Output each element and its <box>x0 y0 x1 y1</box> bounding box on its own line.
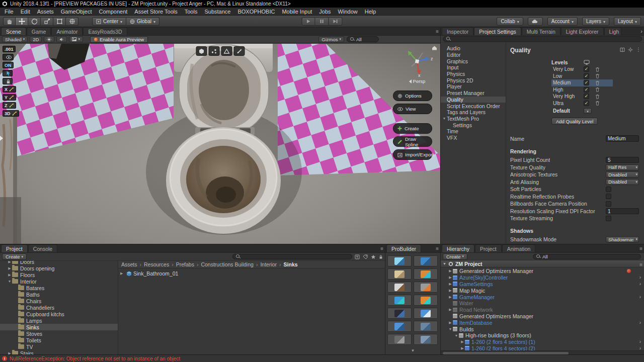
scene-overlay-button[interactable]: Import/Export <box>393 149 432 160</box>
cloud-services-button[interactable] <box>528 17 543 26</box>
hierarchy-item[interactable]: Azure[Sky]Controller › <box>441 275 644 281</box>
quality-level-checkbox[interactable] <box>584 66 589 72</box>
scene-plugin-tool-button[interactable] <box>3 54 14 60</box>
breadcrumb-item[interactable]: Resources <box>144 261 176 267</box>
scene-overlay-button[interactable]: Options <box>393 90 432 101</box>
view-tab[interactable]: Animator <box>51 27 83 35</box>
breadcrumb-item[interactable]: Assets <box>121 261 144 267</box>
scene-root-row[interactable]: ▼ ZM Project <box>441 260 644 267</box>
expand-arrow-icon[interactable] <box>448 282 453 286</box>
settings-category[interactable]: Player <box>441 83 506 90</box>
folder-row[interactable]: Toilets <box>0 337 118 343</box>
delete-level-button[interactable] <box>595 101 600 106</box>
menu-item[interactable]: Component <box>95 8 131 16</box>
panel-tab[interactable]: Animation <box>502 244 536 252</box>
horizontal-scrollbar[interactable] <box>441 350 644 354</box>
perspective-label[interactable]: Persp <box>401 78 433 84</box>
default-level-dropdown[interactable]: ▾ <box>584 108 592 114</box>
scene-plugin-tool-button[interactable]: ON <box>3 62 14 68</box>
setting-dropdown[interactable]: Disabled <box>606 179 639 185</box>
quality-level-row[interactable]: Low <box>551 73 613 80</box>
folder-row[interactable]: Doors <box>0 261 118 265</box>
more-tabs-chevron-icon[interactable]: › <box>640 28 642 34</box>
setting-checkbox[interactable] <box>606 194 611 199</box>
quality-level-row[interactable]: Very Low <box>551 66 613 73</box>
panel-tab[interactable]: Project <box>475 244 502 252</box>
prefab-chevron-icon[interactable]: › <box>639 282 641 287</box>
scene-orientation-gizmo[interactable]: z x Persp <box>401 46 433 84</box>
fold-arrow-icon[interactable] <box>7 280 12 283</box>
quality-level-row[interactable]: Medium <box>551 79 613 86</box>
scene-audio-toggle[interactable] <box>56 36 67 42</box>
probuilder-tool-button[interactable] <box>387 295 412 306</box>
setting-value-field[interactable]: 5 <box>606 157 639 163</box>
scene-viewport[interactable]: .001 ON <box>0 44 440 244</box>
folder-row[interactable]: Floors <box>0 272 118 278</box>
breadcrumb-item[interactable]: Prefabs <box>176 261 201 267</box>
delete-level-button[interactable] <box>595 87 600 92</box>
scene-plugin-tool-button[interactable]: 3D <box>3 110 19 117</box>
menu-item[interactable]: Help <box>361 8 380 16</box>
breadcrumb-item[interactable]: Constructions Building <box>201 261 260 267</box>
menu-item[interactable]: Mobile Input <box>278 8 315 16</box>
hierarchy-item[interactable]: High-rise buildings (3 floors) › <box>441 332 644 339</box>
pause-button[interactable] <box>315 17 329 26</box>
delete-level-button[interactable] <box>595 67 600 72</box>
menu-item[interactable]: Asset Store Tools <box>131 8 181 16</box>
menu-item[interactable]: Tools <box>181 8 201 16</box>
probuilder-tool-button[interactable] <box>414 255 438 266</box>
probuilder-tool-button[interactable] <box>387 282 412 293</box>
folder-row[interactable]: Chairs <box>0 298 118 304</box>
space-toggle-button[interactable]: Global <box>126 17 159 26</box>
delete-level-button[interactable] <box>595 73 600 78</box>
step-button[interactable] <box>329 17 343 26</box>
menu-item[interactable]: File <box>1 8 17 16</box>
scrollbar-thumb[interactable] <box>443 352 569 354</box>
settings-category[interactable]: Tags and Layers <box>441 109 506 116</box>
panel-expand-arrow[interactable] <box>0 136 3 141</box>
probuilder-tool-button[interactable] <box>414 334 438 345</box>
folder-row[interactable]: Cupboard kitchs <box>0 311 118 317</box>
prefab-chevron-icon[interactable]: › <box>639 339 641 344</box>
hierarchy-search-field[interactable]: All <box>533 254 641 259</box>
settings-category[interactable]: Preset Manager <box>441 90 506 97</box>
quality-level-row[interactable]: Ultra <box>551 100 613 107</box>
scene-overlay-button[interactable]: View <box>393 104 432 114</box>
rect-tool-button[interactable] <box>53 17 66 26</box>
prefab-chevron-icon[interactable]: › <box>639 275 641 280</box>
probuilder-tool-button[interactable] <box>387 255 412 266</box>
view-tab[interactable]: EasyRoads3D <box>83 27 127 35</box>
scene-plugin-tool-button[interactable]: Y <box>3 94 16 101</box>
kebab-menu-icon[interactable] <box>636 47 641 52</box>
probuilder-tool-button[interactable] <box>414 321 438 332</box>
favorites-star-icon[interactable] <box>371 254 376 259</box>
expand-arrow-icon[interactable] <box>454 334 459 337</box>
hierarchy-item[interactable]: Water › <box>441 300 644 307</box>
hierarchy-item[interactable]: Generated Optimizers Manager › <box>441 313 644 320</box>
settings-category[interactable]: VFX <box>441 135 506 141</box>
quality-name-field[interactable] <box>606 135 639 142</box>
account-button[interactable]: Account <box>547 17 578 26</box>
collab-button[interactable]: Collab <box>497 17 523 26</box>
settings-category[interactable]: Physics 2D <box>441 77 506 83</box>
pivot-toggle-button[interactable]: Center <box>92 17 126 26</box>
setting-checkbox[interactable] <box>606 187 611 192</box>
scroll-down-arrow-icon[interactable]: ▼ <box>385 348 440 353</box>
expand-arrow-icon[interactable] <box>448 289 453 293</box>
hierarchy-item[interactable]: Builds › <box>441 326 644 332</box>
quality-level-checkbox[interactable] <box>584 87 589 93</box>
setting-checkbox[interactable] <box>606 216 611 221</box>
panel-tab[interactable]: Inspector <box>442 27 473 35</box>
hierarchy-item[interactable]: 1-260 (2 flors 4 sectors) (1) › <box>441 339 644 345</box>
quality-level-checkbox[interactable] <box>584 73 589 79</box>
hierarchy-item[interactable]: GameManager › <box>441 294 644 300</box>
settings-search-field[interactable] <box>443 36 642 42</box>
panel-tab[interactable]: Light Explorer <box>561 27 604 35</box>
prefab-chevron-icon[interactable]: › <box>639 295 641 300</box>
breadcrumb-item[interactable]: Sinks <box>284 261 298 267</box>
menu-item[interactable]: BOXOPHOBIC <box>234 8 278 16</box>
menu-item[interactable]: Edit <box>17 8 34 16</box>
panel-menu-icon[interactable] <box>380 246 383 251</box>
create-gameobject-dropdown[interactable]: Create <box>443 253 467 260</box>
folder-row[interactable]: Sinks <box>0 324 118 330</box>
